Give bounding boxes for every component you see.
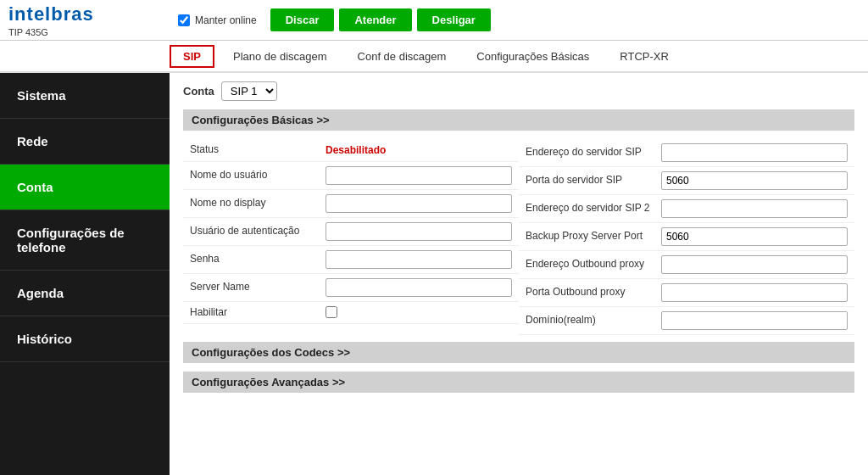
label-porta-outbound: Porta Outbound proxy	[526, 286, 661, 299]
manter-online-label: Manter online	[195, 14, 257, 26]
tab-conf-discagem[interactable]: Conf de discagem	[342, 43, 462, 70]
sidebar-item-sistema[interactable]: Sistema	[0, 73, 170, 119]
label-backup-proxy-port: Backup Proxy Server Port	[526, 230, 661, 243]
label-nome-usuario: Nome do usuário	[190, 169, 326, 182]
form-row-usuario-autenticacao: Usuário de autenticação	[183, 218, 519, 246]
label-endereco-sip: Endereço do servidor SIP	[526, 146, 661, 159]
manter-online-checkbox[interactable]	[178, 14, 190, 26]
sidebar: Sistema Rede Conta Configurações de tele…	[0, 73, 170, 475]
form-row-habilitar: Habilitar	[183, 302, 519, 325]
form-row-nome-display: Nome no display	[183, 190, 519, 218]
top-bar: intelbras TIP 435G Manter online Discar …	[0, 0, 868, 41]
tab-config-basicas[interactable]: Configurações Básicas	[461, 43, 604, 70]
atender-button[interactable]: Atender	[339, 8, 411, 31]
input-dominio[interactable]	[661, 311, 848, 330]
section-basicas-header[interactable]: Configurações Básicas >>	[183, 109, 854, 131]
conta-label: Conta	[183, 85, 214, 98]
form-row-endereco-sip: Endereço do servidor SIP	[519, 139, 854, 167]
form-right-col: Endereço do servidor SIP Porta do servid…	[519, 139, 854, 335]
checkbox-habilitar[interactable]	[326, 306, 337, 318]
form-grid: Status Desabilitado Nome do usuário Nome…	[183, 139, 854, 335]
tab-plano-discagem[interactable]: Plano de discagem	[218, 43, 342, 70]
label-dominio: Domínio(realm)	[526, 314, 661, 327]
label-porta-sip: Porta do servidor SIP	[526, 174, 661, 187]
conta-select[interactable]: SIP 1 SIP 2 SIP 3 SIP 4	[221, 81, 277, 101]
sidebar-item-agenda[interactable]: Agenda	[0, 271, 170, 316]
main-layout: Sistema Rede Conta Configurações de tele…	[0, 73, 868, 475]
manter-online-area: Manter online	[178, 14, 257, 26]
sidebar-item-rede[interactable]: Rede	[0, 119, 170, 165]
input-nome-usuario[interactable]	[326, 166, 512, 185]
conta-row: Conta SIP 1 SIP 2 SIP 3 SIP 4	[183, 81, 854, 101]
tab-rtcp-xr[interactable]: RTCP-XR	[604, 43, 684, 70]
label-senha: Senha	[190, 253, 326, 266]
nav-bar: SIP Plano de discagem Conf de discagem C…	[0, 41, 868, 73]
desligar-button[interactable]: Desligar	[417, 8, 491, 31]
sidebar-item-config-telefone[interactable]: Configurações de telefone	[0, 210, 170, 271]
label-server-name: Server Name	[190, 281, 326, 294]
tab-sip[interactable]: SIP	[170, 45, 214, 68]
input-endereco-sip[interactable]	[661, 143, 848, 162]
input-senha[interactable]	[326, 250, 512, 269]
label-endereco-outbound: Endereço Outbound proxy	[526, 258, 661, 271]
input-porta-sip[interactable]	[661, 171, 848, 190]
form-row-nome-usuario: Nome do usuário	[183, 162, 519, 190]
sidebar-item-conta[interactable]: Conta	[0, 165, 170, 210]
label-status: Status	[190, 143, 326, 157]
label-usuario-autenticacao: Usuário de autenticação	[190, 225, 326, 238]
discar-button[interactable]: Discar	[270, 8, 335, 31]
input-nome-display[interactable]	[326, 194, 512, 213]
input-endereco-outbound[interactable]	[661, 255, 848, 274]
status-value: Desabilitado	[326, 144, 386, 156]
form-left-col: Status Desabilitado Nome do usuário Nome…	[183, 139, 519, 335]
form-row-porta-sip: Porta do servidor SIP	[519, 167, 854, 195]
label-nome-display: Nome no display	[190, 197, 326, 210]
form-row-dominio: Domínio(realm)	[519, 307, 854, 335]
form-row-endereco-sip2: Endereço do servidor SIP 2	[519, 195, 854, 223]
form-row-endereco-outbound: Endereço Outbound proxy	[519, 251, 854, 279]
sidebar-item-historico[interactable]: Histórico	[0, 316, 170, 362]
form-row-senha: Senha	[183, 246, 519, 274]
form-row-porta-outbound: Porta Outbound proxy	[519, 279, 854, 307]
form-row-server-name: Server Name	[183, 274, 519, 302]
input-server-name[interactable]	[326, 278, 512, 297]
label-endereco-sip2: Endereço do servidor SIP 2	[526, 202, 661, 215]
label-habilitar: Habilitar	[190, 306, 326, 320]
input-porta-outbound[interactable]	[661, 283, 848, 302]
input-backup-proxy-port[interactable]	[661, 227, 848, 246]
content-area: Conta SIP 1 SIP 2 SIP 3 SIP 4 Configuraç…	[170, 73, 868, 475]
section-avancadas-header[interactable]: Configurações Avançadas >>	[183, 372, 854, 393]
form-row-status: Status Desabilitado	[183, 139, 519, 162]
model-label: TIP 435G	[8, 27, 178, 37]
input-usuario-autenticacao[interactable]	[326, 222, 512, 241]
brand-logo: intelbras	[8, 3, 178, 25]
section-codecs-header[interactable]: Configurações dos Codecs >>	[183, 342, 854, 363]
input-endereco-sip2[interactable]	[661, 199, 848, 218]
form-row-backup-proxy-port: Backup Proxy Server Port	[519, 223, 854, 251]
logo-area: intelbras TIP 435G	[8, 3, 178, 37]
